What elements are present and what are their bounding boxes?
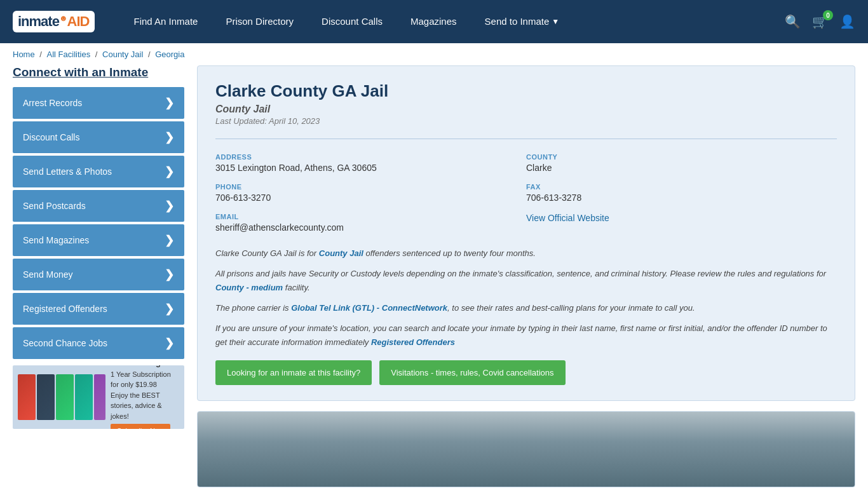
sidebar-item-send-letters[interactable]: Send Letters & Photos ❯: [13, 156, 184, 187]
desc-paragraph-4: If you are unsure of your inmate's locat…: [215, 322, 837, 349]
nav-find-inmate[interactable]: Find An Inmate: [120, 0, 212, 43]
desc4-text: If you are unsure of your inmate's locat…: [215, 323, 827, 347]
nav-discount-calls[interactable]: Discount Calls: [308, 0, 397, 43]
nav-send-label: Send to Inmate: [485, 0, 550, 43]
desc3-cont: , to see their rates and best-calling pl…: [447, 303, 695, 313]
sidebar-arrest-label: Arrest Records: [23, 98, 82, 108]
sidebar-money-label: Send Money: [23, 269, 73, 280]
logo-inmate-text: inmate: [18, 13, 59, 29]
county-medium-link[interactable]: County - medium: [215, 283, 283, 292]
header-icons: 🔍 🛒 0 👤: [785, 14, 855, 29]
breadcrumb-state[interactable]: Georgia: [155, 50, 184, 59]
sidebar-item-registered-offenders[interactable]: Registered Offenders ❯: [13, 293, 184, 325]
sidebar-arrow-offenders: ❯: [165, 302, 174, 316]
main-layout: Connect with an Inmate Arrest Records ❯ …: [0, 65, 868, 488]
email-cell: EMAIL sheriff@athensclarkecounty.com: [215, 208, 526, 238]
user-icon[interactable]: 👤: [839, 14, 855, 29]
sidebar-item-send-money[interactable]: Send Money ❯: [13, 259, 184, 290]
sidebar-item-second-chance[interactable]: Second Chance Jobs ❯: [13, 327, 184, 359]
ad-content: Reader's Digest 1 Year Subscription for …: [13, 365, 184, 429]
ad-magazines: [18, 374, 105, 420]
sidebar-arrow-jobs: ❯: [165, 336, 174, 350]
nav-send-to-inmate[interactable]: Send to Inmate ▼: [471, 0, 574, 43]
cart-badge: 0: [823, 10, 833, 20]
desc-paragraph-1: Clarke County GA Jail is for County Jail…: [215, 247, 837, 261]
nav-prison-directory[interactable]: Prison Directory: [212, 0, 308, 43]
sidebar-postcards-label: Send Postcards: [23, 201, 86, 211]
sidebar-arrow-money: ❯: [165, 268, 174, 281]
sidebar-arrow-magazines: ❯: [165, 233, 174, 247]
subscribe-button[interactable]: Subscribe Now: [111, 424, 170, 429]
breadcrumb-home[interactable]: Home: [13, 50, 35, 59]
info-grid: ADDRESS 3015 Lexington Road, Athens, GA …: [215, 139, 837, 238]
search-icon[interactable]: 🔍: [785, 14, 801, 29]
ad-text: Reader's Digest 1 Year Subscription for …: [111, 365, 179, 429]
magazine-cover-4: [75, 374, 93, 420]
facility-updated: Last Updated: April 10, 2023: [215, 116, 837, 126]
registered-offenders-link[interactable]: Registered Offenders: [371, 337, 455, 347]
action-buttons: Looking for an inmate at this facility? …: [215, 360, 837, 385]
desc3-text: The phone carrier is: [215, 303, 291, 313]
sidebar-item-send-magazines[interactable]: Send Magazines ❯: [13, 224, 184, 256]
dropdown-chevron-icon: ▼: [552, 0, 559, 43]
phone-label: PHONE: [215, 183, 526, 191]
main-nav: Find An Inmate Prison Directory Discount…: [120, 0, 785, 43]
sidebar-item-send-postcards[interactable]: Send Postcards ❯: [13, 190, 184, 222]
fax-label: FAX: [526, 183, 837, 191]
county-cell: COUNTY Clarke: [526, 148, 837, 178]
nav-magazines[interactable]: Magazines: [397, 0, 471, 43]
sidebar-letters-label: Send Letters & Photos: [23, 166, 112, 177]
magazine-cover-1: [18, 374, 36, 420]
site-header: inmate☻AID Find An Inmate Prison Directo…: [0, 0, 868, 43]
desc2-cont: facility.: [283, 283, 309, 292]
sidebar-offenders-label: Registered Offenders: [23, 304, 107, 314]
magazine-cover-2: [37, 374, 55, 420]
county-jail-link[interactable]: County Jail: [319, 248, 363, 258]
sidebar-jobs-label: Second Chance Jobs: [23, 338, 107, 348]
address-value: 3015 Lexington Road, Athens, GA 30605: [215, 163, 526, 173]
sidebar-arrow-discount: ❯: [165, 130, 174, 144]
sidebar-item-discount-calls[interactable]: Discount Calls ❯: [13, 121, 184, 153]
email-value: sheriff@athensclarkecounty.com: [215, 222, 526, 233]
desc-paragraph-3: The phone carrier is Global Tel Link (GT…: [215, 301, 837, 315]
sidebar-magazines-label: Send Magazines: [23, 235, 89, 245]
sidebar-title: Connect with an Inmate: [13, 65, 184, 79]
visitations-button[interactable]: Visitations - times, rules, Covid cancel…: [379, 360, 565, 385]
desc2-text: All prisons and jails have Security or C…: [215, 269, 826, 278]
ad-offer: 1 Year Subscription for only $19.98: [111, 370, 171, 389]
sidebar: Connect with an Inmate Arrest Records ❯ …: [13, 65, 184, 487]
ad-title: Reader's Digest: [111, 365, 179, 369]
phone-cell: PHONE 706-613-3270: [215, 178, 526, 208]
cart-icon[interactable]: 🛒 0: [812, 14, 828, 29]
ad-tagline: Enjoy the BEST stories, advice & jokes!: [111, 391, 162, 420]
fax-cell: FAX 706-613-3278: [526, 178, 837, 208]
logo-box: inmate☻AID: [13, 11, 95, 32]
facility-photo: [197, 411, 855, 487]
ad-box: Reader's Digest 1 Year Subscription for …: [13, 365, 184, 429]
facility-name: Clarke County GA Jail: [215, 81, 837, 101]
desc1-text: Clarke County GA Jail is for: [215, 248, 319, 258]
website-link[interactable]: View Official Website: [526, 213, 609, 223]
county-value: Clarke: [526, 163, 837, 173]
magazine-cover-5: [94, 374, 105, 420]
sidebar-arrow-letters: ❯: [165, 165, 174, 179]
address-cell: ADDRESS 3015 Lexington Road, Athens, GA …: [215, 148, 526, 178]
find-inmate-button[interactable]: Looking for an inmate at this facility?: [215, 360, 372, 385]
sidebar-discount-label: Discount Calls: [23, 132, 79, 142]
breadcrumb-sep3: /: [148, 50, 153, 59]
fax-value: 706-613-3278: [526, 193, 837, 203]
breadcrumb: Home / All Facilities / County Jail / Ge…: [0, 43, 868, 65]
address-label: ADDRESS: [215, 153, 526, 161]
gtl-link[interactable]: Global Tel Link (GTL) - ConnectNetwork: [291, 303, 447, 313]
logo-area[interactable]: inmate☻AID: [13, 11, 95, 32]
sidebar-arrow-arrest: ❯: [165, 96, 174, 110]
county-label: COUNTY: [526, 153, 837, 161]
breadcrumb-sep1: /: [39, 50, 44, 59]
facility-card: Clarke County GA Jail County Jail Last U…: [197, 65, 855, 401]
breadcrumb-all-facilities[interactable]: All Facilities: [47, 50, 91, 59]
sidebar-item-arrest-records[interactable]: Arrest Records ❯: [13, 87, 184, 119]
breadcrumb-county-jail[interactable]: County Jail: [102, 50, 143, 59]
email-label: EMAIL: [215, 213, 526, 220]
desc-paragraph-2: All prisons and jails have Security or C…: [215, 267, 837, 295]
website-cell: View Official Website: [526, 208, 837, 238]
